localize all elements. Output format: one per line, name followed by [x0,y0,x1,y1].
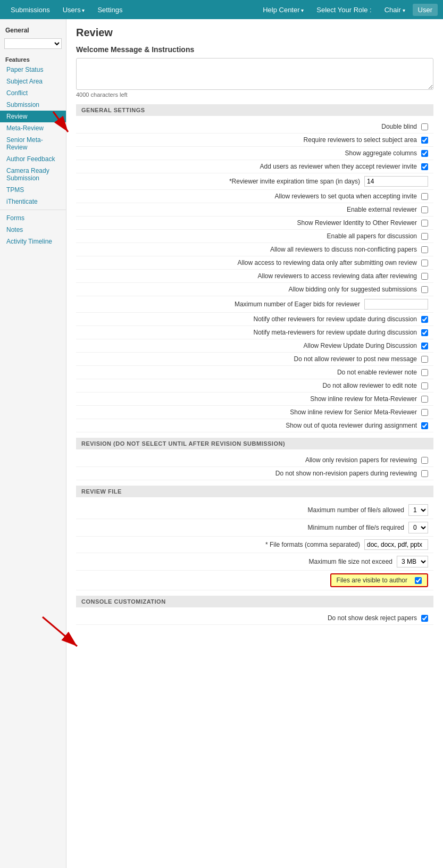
checkbox-no-desk-reject[interactable] [421,615,428,622]
setting-add-users-reviewer: Add users as reviewer when they accept r… [76,160,433,173]
sidebar-item-notes[interactable]: Notes [0,224,66,236]
setting-invite-expiration: *Reviewer invite expiration time span (i… [76,173,433,190]
label-inline-meta: Show inline review for Meta-Reviewer [310,395,417,403]
label-bidding-suggested: Allow bidding only for suggested submiss… [289,286,417,293]
select-max-file-size[interactable]: 1 MB2 MB3 MB5 MB [397,556,428,567]
checkbox-external-reviewer[interactable] [421,206,428,213]
checkbox-access-after-own-review[interactable] [421,260,428,266]
setting-double-blind: Double blind [76,120,433,133]
page-title: Review [76,27,433,39]
checkbox-no-reviewer-note[interactable] [421,369,428,376]
sidebar-item-subject-area[interactable]: Subject Area [0,76,66,87]
welcome-textarea[interactable] [76,58,433,90]
nav-submissions[interactable]: Submissions [5,2,55,18]
sidebar-item-tpms[interactable]: TPMS [0,184,66,196]
sidebar-item-activity-timeline[interactable]: Activity Timeline [0,236,66,247]
checkbox-inline-senior-meta[interactable] [421,409,428,416]
sidebar-item-submission[interactable]: Submission [0,99,66,111]
sidebar-item-forms[interactable]: Forms [0,212,66,224]
setting-quota: Allow reviewers to set quota when accept… [76,190,433,203]
label-no-edit-note: Do not allow reviewer to edit note [323,382,417,389]
sidebar-item-conflict[interactable]: Conflict [0,87,66,99]
input-file-formats[interactable] [364,539,428,550]
setting-discuss-non-conflicting: Allow all reviewers to discuss non-confl… [76,243,433,256]
checkbox-no-non-revision[interactable] [421,470,428,477]
label-file-formats: * File formats (comma separated) [265,541,360,548]
setting-require-subject-area: Require reviewers to select subject area [76,133,433,147]
label-all-papers-discussion: Enable all papers for discussion [327,232,417,240]
setting-external-reviewer: Enable external reviewer [76,203,433,216]
label-no-desk-reject: Do not show desk reject papers [328,614,417,622]
checkbox-no-new-message[interactable] [421,356,428,363]
checkbox-require-subject-area[interactable] [421,137,428,144]
checkbox-bidding-suggested[interactable] [421,286,428,293]
sidebar: General Features Paper Status Subject Ar… [0,19,66,868]
nav-users[interactable]: Users [57,2,90,18]
main-content: Review Welcome Message & Instructions 40… [66,19,443,868]
select-max-files[interactable]: 123 [408,504,428,516]
nav-help-center[interactable]: Help Center [257,2,309,18]
checkbox-double-blind[interactable] [421,123,428,130]
setting-show-aggregate: Show aggregate columns [76,147,433,160]
select-role-label: Select Your Role : [311,2,377,18]
label-external-reviewer: Enable external reviewer [347,206,417,213]
top-nav: Submissions Users Settings Help Center S… [0,0,443,19]
checkbox-only-revision[interactable] [421,457,428,464]
label-show-aggregate: Show aggregate columns [345,149,417,157]
files-visible-highlight-box: Files are visible to author [330,573,428,587]
input-invite-expiration[interactable] [364,176,428,187]
setting-inline-senior-meta: Show inline review for Senior Meta-Revie… [76,406,433,419]
setting-no-new-message: Do not allow reviewer to post new messag… [76,353,433,366]
checkbox-all-papers-discussion[interactable] [421,233,428,240]
setting-file-formats: * File formats (comma separated) [76,537,433,553]
checkbox-add-users-reviewer[interactable] [421,163,428,170]
setting-files-visible-author: Files are visible to author [76,571,433,590]
sidebar-item-author-feedback[interactable]: Author Feedback [0,153,66,165]
sidebar-features-label: Features [0,53,66,64]
checkbox-discuss-non-conflicting[interactable] [421,246,428,253]
setting-no-reviewer-note: Do not enable reviewer note [76,366,433,379]
sidebar-item-review[interactable]: Review [0,111,66,122]
checkbox-reviewer-identity[interactable] [421,220,428,227]
setting-no-edit-note: Do not allow reviewer to edit note [76,379,433,393]
setting-no-non-revision: Do not show non-revision papers during r… [76,467,433,480]
checkbox-no-edit-note[interactable] [421,382,428,389]
select-min-files[interactable]: 012 [408,522,428,533]
setting-min-files: Minimum number of file/s required 012 [76,519,433,537]
label-no-reviewer-note: Do not enable reviewer note [337,369,417,376]
checkbox-quota[interactable] [421,193,428,200]
sidebar-item-senior-meta-review[interactable]: Senior Meta-Review [0,134,66,153]
label-no-non-revision: Do not show non-revision papers during r… [275,470,417,477]
setting-access-after-own-review: Allow access to reviewing data only afte… [76,256,433,270]
label-reviewer-identity: Show Reviewer Identity to Other Reviewer [297,219,417,227]
general-settings-header: GENERAL SETTINGS [76,104,433,116]
checkbox-access-after-reviewing[interactable] [421,273,428,280]
sidebar-item-camera-ready[interactable]: Camera Ready Submission [0,165,66,184]
checkbox-out-of-quota[interactable] [421,422,428,429]
user-button[interactable]: User [413,4,438,16]
nav-settings[interactable]: Settings [92,2,128,18]
label-access-after-own-review: Allow access to reviewing data only afte… [238,259,417,266]
role-selector[interactable]: Chair [379,2,411,18]
sidebar-item-paper-status[interactable]: Paper Status [0,64,66,76]
setting-all-papers-discussion: Enable all papers for discussion [76,230,433,243]
checkbox-files-visible[interactable] [415,577,422,584]
console-section-header: CONSOLE CUSTOMIZATION [76,596,433,607]
label-max-file-size: Maximum file size not exceed [309,558,392,565]
label-access-after-reviewing: Allow reviewers to access reviewing data… [258,272,417,280]
label-require-subject-area: Require reviewers to select subject area [304,136,417,144]
checkbox-show-aggregate[interactable] [421,150,428,157]
setting-max-file-size: Maximum file size not exceed 1 MB2 MB3 M… [76,553,433,571]
input-eager-bids[interactable] [364,299,428,310]
sidebar-dropdown[interactable] [4,38,62,49]
sidebar-item-meta-review[interactable]: Meta-Review [0,122,66,134]
setting-allow-review-update: Allow Review Update During Discussion [76,339,433,353]
setting-max-files: Maximum number of file/s allowed 123 [76,502,433,519]
checkbox-notify-reviewers-discussion[interactable] [421,316,428,323]
checkbox-allow-review-update[interactable] [421,343,428,349]
checkbox-inline-meta[interactable] [421,396,428,403]
sidebar-item-ithenticate[interactable]: iThenticate [0,196,66,207]
setting-out-of-quota: Show out of quota reviewer during assign… [76,419,433,432]
label-double-blind: Double blind [381,123,417,130]
checkbox-notify-meta-discussion[interactable] [421,329,428,336]
